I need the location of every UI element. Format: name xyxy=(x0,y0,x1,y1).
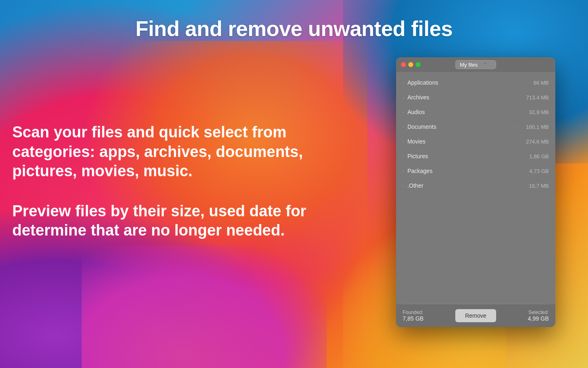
file-row-audios[interactable]: › Audios ··· 32,9 MB xyxy=(396,105,555,119)
file-dots: ··· xyxy=(508,167,517,175)
file-row-movies[interactable]: › Movies ··· 274,6 MB xyxy=(396,134,555,149)
chevron-icon: › xyxy=(403,168,404,173)
file-size: 713,4 MB xyxy=(520,94,549,101)
file-name: Packages xyxy=(408,168,505,174)
file-list: › Applications ··· 66 MB › Archives ··· … xyxy=(396,72,555,304)
file-size: 16,7 MB xyxy=(520,183,549,189)
dropdown-title: My files xyxy=(460,62,478,68)
paragraph-1: Scan your files and quick select from ca… xyxy=(12,123,347,181)
chevron-icon: › xyxy=(403,80,404,85)
app-window: My files ⌃ › Applications ··· 66 MB › Ar… xyxy=(396,57,555,327)
paragraph-2: Preview files by their size, used date f… xyxy=(12,202,347,240)
close-button[interactable] xyxy=(401,62,406,67)
file-name: Audios xyxy=(408,109,505,115)
file-size: 4,73 GB xyxy=(520,168,549,174)
file-dots: ··· xyxy=(508,79,517,87)
left-text-block: Scan your files and quick select from ca… xyxy=(12,123,347,240)
minimize-button[interactable] xyxy=(408,62,413,67)
remove-button[interactable]: Remove xyxy=(455,309,496,322)
title-bar: My files ⌃ xyxy=(396,57,555,72)
chevron-icon: › xyxy=(403,110,404,114)
selected-label: Selected: xyxy=(528,310,549,315)
file-dots: ··· xyxy=(508,137,517,146)
file-row-pictures[interactable]: › Pictures ··· 1,86 GB xyxy=(396,149,555,164)
file-name: .Other xyxy=(408,182,505,189)
chevron-icon: › xyxy=(403,154,404,159)
traffic-lights xyxy=(401,62,421,67)
file-size: 274,6 MB xyxy=(520,139,549,145)
selected-info: Selected: 4,99 GB xyxy=(528,310,549,322)
founded-label: Founded: xyxy=(403,310,423,315)
file-size: 32,9 MB xyxy=(520,109,549,115)
title-dropdown[interactable]: My files ⌃ xyxy=(455,60,496,69)
selected-value: 4,99 GB xyxy=(528,315,549,322)
file-name: Archives xyxy=(408,94,505,101)
chevron-icon: › xyxy=(403,124,404,129)
file-size: 160,1 MB xyxy=(520,124,549,130)
file-name: Pictures xyxy=(408,153,505,159)
founded-info: Founded: 7,85 GB xyxy=(403,310,423,322)
chevron-icon: › xyxy=(403,183,404,188)
dropdown-arrow-icon: ⌃ xyxy=(483,61,488,68)
content-layer: Find and remove unwanted files Scan your… xyxy=(0,0,588,368)
file-row-other[interactable]: › .Other ··· 16,7 MB xyxy=(396,178,555,193)
file-dots: ··· xyxy=(508,152,517,161)
bottom-bar: Founded: 7,85 GB Remove Selected: 4,99 G… xyxy=(396,304,555,327)
maximize-button[interactable] xyxy=(416,62,421,67)
file-dots: ··· xyxy=(508,182,517,190)
file-dots: ··· xyxy=(508,93,517,102)
file-dots: ··· xyxy=(508,108,517,117)
founded-value: 7,85 GB xyxy=(403,315,423,322)
file-name: Applications xyxy=(408,79,505,86)
page-title: Find and remove unwanted files xyxy=(0,0,588,41)
file-size: 66 MB xyxy=(520,80,549,86)
file-dots: ··· xyxy=(508,123,517,131)
title-bar-center: My files ⌃ xyxy=(455,60,496,69)
file-name: Documents xyxy=(408,123,505,130)
chevron-icon: › xyxy=(403,95,404,100)
file-name: Movies xyxy=(408,138,505,145)
file-row-packages[interactable]: › Packages ··· 4,73 GB xyxy=(396,164,555,178)
chevron-icon: › xyxy=(403,139,404,144)
file-row-applications[interactable]: › Applications ··· 66 MB xyxy=(396,75,555,90)
file-size: 1,86 GB xyxy=(520,153,549,159)
file-row-documents[interactable]: › Documents ··· 160,1 MB xyxy=(396,119,555,134)
file-row-archives[interactable]: › Archives ··· 713,4 MB xyxy=(396,90,555,105)
